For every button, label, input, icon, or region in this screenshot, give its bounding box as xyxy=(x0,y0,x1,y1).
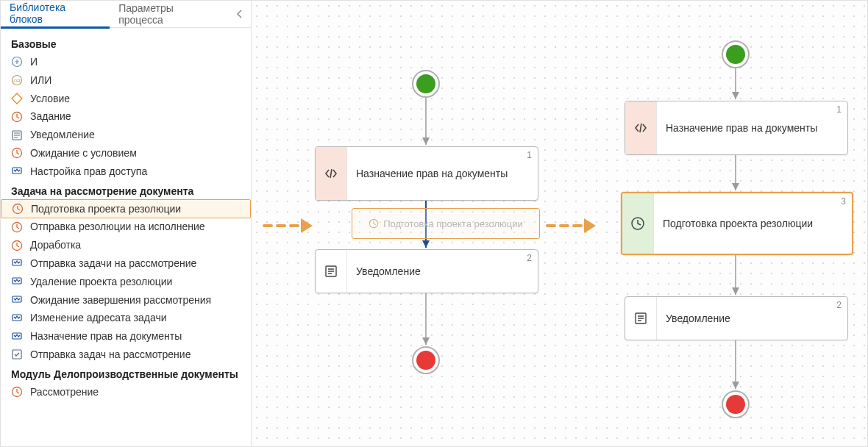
or-circle-icon: OR xyxy=(11,74,23,86)
lib-item-label: Ожидание завершения рассмотрения xyxy=(30,294,211,307)
clock-icon xyxy=(11,147,23,159)
lib-item-label: ИЛИ xyxy=(30,74,51,87)
lib-item-prepare-resolution[interactable]: Подготовка проекта резолюции xyxy=(1,199,251,219)
monitor-icon xyxy=(11,257,23,269)
lib-item-label: Назначение прав на документы xyxy=(30,330,182,343)
group-title: Модуль Делопроизводственные документы xyxy=(1,364,251,383)
lib-item-label: Отправка резолюции на исполнение xyxy=(30,221,205,233)
lib-item-wait-review-complete[interactable]: Ожидание завершения рассмотрения xyxy=(1,291,251,310)
lib-item-assign-rights[interactable]: Назначение прав на документы xyxy=(1,327,251,346)
clock-icon xyxy=(11,111,23,123)
block-number-badge: 1 xyxy=(836,104,842,116)
lib-item-label: Ожидание с условием xyxy=(30,147,137,160)
lib-item-label: Задание xyxy=(30,110,71,123)
svg-marker-22 xyxy=(422,337,430,345)
lib-item-change-addressee[interactable]: Изменение адресата задачи xyxy=(1,309,251,327)
lib-item-label: Отправка задач на рассмотрение xyxy=(30,348,191,361)
svg-marker-18 xyxy=(422,137,430,145)
svg-marker-24 xyxy=(732,92,739,99)
lib-item-label: Изменение адресата задачи xyxy=(30,312,167,324)
clock-icon xyxy=(11,221,23,233)
monitor-icon xyxy=(11,276,23,287)
block-library-list: Базовые И OR ИЛИ Условие xyxy=(1,28,251,407)
svg-marker-20 xyxy=(422,240,430,248)
start-node[interactable] xyxy=(722,40,750,68)
lib-item-wait-condition[interactable]: Ожидание с условием xyxy=(1,144,251,162)
lib-item-label: Доработка xyxy=(30,239,81,251)
lib-item-label: Рассмотрение xyxy=(30,386,99,398)
lib-item-rework[interactable]: Доработка xyxy=(1,236,251,254)
list-icon xyxy=(11,129,23,141)
lib-item-delete-resolution[interactable]: Удаление проекта резолюции xyxy=(1,273,251,291)
sidebar: Библиотека блоков Параметры процесса Баз… xyxy=(1,1,252,446)
lib-item-label: Подготовка проекта резолюции xyxy=(31,203,181,215)
lib-item-label: Отправка задачи на рассмотрение xyxy=(30,257,196,270)
list-icon xyxy=(625,297,657,340)
block-number-badge: 2 xyxy=(836,300,842,312)
lib-item-send-tasks-review[interactable]: Отправка задач на рассмотрение xyxy=(1,346,251,364)
lib-item-label: Настройка прав доступа xyxy=(30,165,147,178)
start-node[interactable] xyxy=(412,70,440,98)
group-title: Задача на рассмотрение документа xyxy=(1,181,251,200)
process-canvas[interactable]: 1 Назначение прав на документы Подготовк… xyxy=(252,1,867,446)
block-number-badge: 1 xyxy=(527,150,532,162)
block-assign-rights[interactable]: 1 Назначение прав на документы xyxy=(625,101,848,155)
block-label: Уведомление xyxy=(666,312,839,325)
clock-icon xyxy=(622,193,654,254)
clock-icon xyxy=(369,218,379,229)
lib-item-label: Удаление проекта резолюции xyxy=(30,276,172,288)
monitor-icon xyxy=(11,294,23,306)
drop-target-ghost[interactable]: Подготовка проекта резолюции xyxy=(352,208,540,239)
lib-item-access-rights[interactable]: Настройка прав доступа xyxy=(1,162,251,181)
lib-item-condition[interactable]: Условие xyxy=(1,90,251,108)
svg-marker-26 xyxy=(732,183,739,190)
lib-item-send-task-review[interactable]: Отправка задачи на рассмотрение xyxy=(1,254,251,273)
block-number-badge: 3 xyxy=(841,196,846,208)
checkbox-icon xyxy=(11,348,23,360)
transition-arrow xyxy=(263,218,313,233)
block-notification[interactable]: 2 Уведомление xyxy=(625,296,848,340)
clock-icon xyxy=(11,386,23,398)
lib-item-send-resolution[interactable]: Отправка резолюции на исполнение xyxy=(1,218,251,236)
transition-arrow xyxy=(546,218,596,233)
ghost-label: Подготовка проекта резолюции xyxy=(383,218,522,229)
tab-block-library[interactable]: Библиотека блоков xyxy=(1,1,110,29)
block-notification[interactable]: 2 Уведомление xyxy=(315,249,538,293)
block-label: Назначение прав на документы xyxy=(666,121,839,135)
plus-circle-icon xyxy=(11,56,23,68)
list-icon xyxy=(316,250,347,293)
lib-item-or[interactable]: OR ИЛИ xyxy=(1,71,251,90)
lib-item-label: И xyxy=(30,56,38,68)
end-node[interactable] xyxy=(412,346,440,374)
lib-item-notification[interactable]: Уведомление xyxy=(1,126,251,144)
lib-item-review[interactable]: Рассмотрение xyxy=(1,383,251,401)
block-label: Подготовка проекта резолюции xyxy=(663,217,843,230)
svg-text:OR: OR xyxy=(14,79,21,83)
diamond-icon xyxy=(11,93,23,104)
block-number-badge: 2 xyxy=(527,253,532,265)
lib-item-and[interactable]: И xyxy=(1,53,251,71)
clock-icon xyxy=(12,203,24,215)
svg-marker-28 xyxy=(732,287,739,295)
lib-item-label: Условие xyxy=(30,93,70,105)
block-label: Уведомление xyxy=(356,265,529,278)
code-icon xyxy=(316,147,347,200)
group-title: Базовые xyxy=(1,34,251,53)
monitor-icon xyxy=(11,331,23,343)
block-label: Назначение прав на документы xyxy=(356,167,529,180)
svg-marker-30 xyxy=(732,382,739,389)
end-node[interactable] xyxy=(722,390,750,418)
monitor-icon xyxy=(11,312,23,324)
lib-item-label: Уведомление xyxy=(30,129,95,141)
sidebar-tabs: Библиотека блоков Параметры процесса xyxy=(1,1,251,28)
monitor-icon xyxy=(11,165,23,177)
lib-item-task[interactable]: Задание xyxy=(1,107,251,126)
clock-icon xyxy=(11,240,23,251)
collapse-sidebar-button[interactable] xyxy=(229,10,251,18)
code-icon xyxy=(625,101,657,154)
tab-process-params[interactable]: Параметры процесса xyxy=(110,1,229,27)
block-assign-rights[interactable]: 1 Назначение прав на документы xyxy=(315,146,538,201)
svg-rect-15 xyxy=(13,350,21,359)
block-prepare-resolution[interactable]: 3 Подготовка проекта резолюции xyxy=(621,192,853,255)
